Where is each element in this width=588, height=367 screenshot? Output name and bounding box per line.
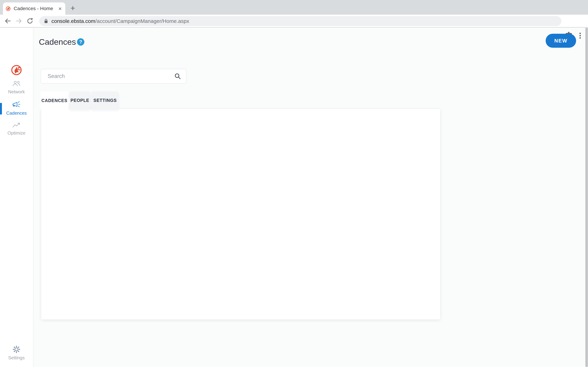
url-path: /account/CampaignManager/Home.aspx: [95, 18, 189, 24]
browser-toolbar: console.ebsta.com/account/CampaignManage…: [0, 15, 588, 28]
url-text: console.ebsta.com/account/CampaignManage…: [52, 18, 189, 24]
browser-chrome: Cadences - Home × + console.ebsta.com/ac…: [0, 0, 588, 28]
tab-people[interactable]: PEOPLE: [70, 92, 90, 109]
sidebar-item-optimize[interactable]: Optimize: [0, 122, 33, 136]
sidebar-item-network[interactable]: Network: [0, 80, 33, 95]
lock-icon: [44, 18, 48, 24]
page-title: Cadences: [39, 37, 76, 47]
sidebar-item-label: Network: [0, 89, 33, 95]
sidebar-item-settings[interactable]: Settings: [0, 345, 33, 360]
browser-menu-icon[interactable]: [578, 32, 583, 40]
sidebar-item-label: Cadences: [0, 110, 33, 116]
new-cadence-button[interactable]: NEW: [546, 34, 576, 48]
browser-tab-title: Cadences - Home: [14, 6, 58, 11]
browser-tab-strip: Cadences - Home × +: [0, 0, 588, 15]
megaphone-icon: [12, 101, 21, 109]
sidebar-item-label: Optimize: [0, 130, 33, 136]
search-icon[interactable]: [174, 73, 181, 80]
scrollbar-thumb[interactable]: [585, 28, 588, 367]
browser-tab[interactable]: Cadences - Home ×: [3, 2, 65, 15]
page-scrollbar: [585, 28, 588, 367]
tab-settings[interactable]: SETTINGS: [92, 92, 119, 109]
sidebar-item-cadences[interactable]: Cadences: [0, 101, 33, 116]
help-icon[interactable]: ?: [77, 38, 84, 46]
ebsta-logo[interactable]: [11, 65, 22, 75]
reload-icon[interactable]: [26, 18, 33, 24]
back-icon[interactable]: [5, 18, 11, 24]
gear-icon: [12, 345, 20, 353]
ebsta-favicon-icon: [6, 6, 10, 11]
ebsta-logo-icon: [11, 65, 22, 75]
tab-close-icon[interactable]: ×: [58, 6, 62, 12]
url-bar[interactable]: console.ebsta.com/account/CampaignManage…: [39, 16, 562, 26]
cadences-card: [41, 109, 440, 319]
new-tab-icon[interactable]: +: [68, 3, 78, 13]
network-people-icon: [12, 80, 21, 87]
search-box: [41, 69, 187, 83]
sidebar-item-label: Settings: [0, 355, 33, 360]
url-domain: console.ebsta.com: [52, 18, 95, 24]
tab-cadences[interactable]: CADENCES: [41, 92, 68, 109]
sidebar: Network Cadences Optimize: [0, 28, 33, 367]
forward-icon[interactable]: [15, 18, 22, 24]
trend-up-icon: [12, 122, 21, 129]
search-input[interactable]: [47, 73, 174, 80]
